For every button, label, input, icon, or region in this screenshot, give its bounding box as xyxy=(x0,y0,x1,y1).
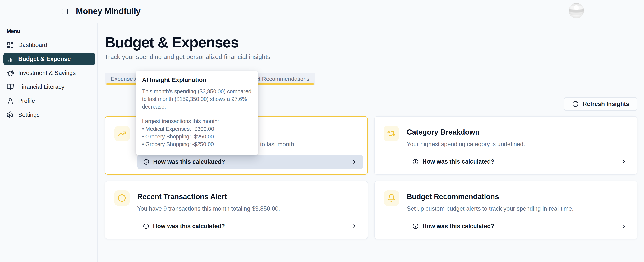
page-title: Budget & Expenses xyxy=(105,33,644,51)
card-body: Category Breakdown Your highest spending… xyxy=(407,126,628,174)
sidebar-item-dashboard[interactable]: Dashboard xyxy=(4,39,96,51)
how-calculated-row[interactable]: How was this calculated? xyxy=(407,219,632,233)
card-body: Budget Recommendations Set up custom bud… xyxy=(407,190,628,239)
repeat-icon xyxy=(384,126,399,141)
how-calculated-label: How was this calculated? xyxy=(422,158,494,165)
refresh-insights-button[interactable]: Refresh Insights xyxy=(564,97,637,111)
sidebar-item-label: Profile xyxy=(18,97,35,104)
info-icon xyxy=(143,223,149,229)
chevron-right-icon xyxy=(352,223,357,229)
app-header: Money Mindfully xyxy=(0,0,644,23)
piggy-bank-icon xyxy=(7,69,14,77)
card-category-breakdown: Category Breakdown Your highest spending… xyxy=(374,116,638,175)
dashboard-icon xyxy=(7,41,14,49)
user-icon xyxy=(7,97,14,105)
tooltip-body-line: This month's spending ($3,850.00) compar… xyxy=(142,87,252,95)
app-title: Money Mindfully xyxy=(76,6,140,16)
gear-icon xyxy=(7,111,14,119)
tooltip-body-line: to last month ($159,350.00) shows a 97.6… xyxy=(142,95,252,103)
card-recent-transactions: Recent Transactions Alert You have 9 tra… xyxy=(105,181,368,239)
refresh-insights-label: Refresh Insights xyxy=(583,101,629,107)
bell-icon xyxy=(384,190,399,206)
sidebar-toggle-button[interactable] xyxy=(61,8,68,15)
tooltip-transaction-item: • Grocery Shopping: -$250.00 xyxy=(142,140,252,148)
menu-section-label: Menu xyxy=(7,28,97,34)
how-calculated-row[interactable]: How was this calculated? xyxy=(138,155,363,169)
chevron-right-icon xyxy=(621,223,627,229)
page-subtitle: Track your spending and get personalized… xyxy=(105,53,644,60)
sidebar: Menu Dashboard Budget & Expense xyxy=(0,23,98,262)
info-icon xyxy=(412,223,418,229)
sidebar-item-label: Budget & Expense xyxy=(18,55,71,62)
tooltip-transaction-item: • Medical Expenses: -$300.00 xyxy=(142,125,252,133)
sidebar-item-settings[interactable]: Settings xyxy=(4,109,96,121)
sidebar-item-profile[interactable]: Profile xyxy=(4,95,96,107)
alert-circle-icon xyxy=(114,190,130,206)
avatar[interactable] xyxy=(569,3,584,18)
ai-insight-tooltip: AI Insight Explanation This month's spen… xyxy=(136,71,258,155)
how-calculated-row[interactable]: How was this calculated? xyxy=(407,155,632,169)
refresh-icon xyxy=(572,101,579,107)
how-calculated-label: How was this calculated? xyxy=(153,223,225,230)
sidebar-item-label: Financial Literacy xyxy=(18,83,64,90)
how-calculated-row[interactable]: How was this calculated? xyxy=(137,219,363,233)
info-icon xyxy=(143,159,149,165)
chevron-right-icon xyxy=(351,159,357,165)
sidebar-item-financial-literacy[interactable]: Financial Literacy xyxy=(4,81,96,93)
info-icon xyxy=(412,159,418,165)
how-calculated-label: How was this calculated? xyxy=(422,223,494,230)
tooltip-transaction-item: • Grocery Shopping: -$250.00 xyxy=(142,133,252,140)
how-calculated-label: How was this calculated? xyxy=(153,158,225,165)
card-budget-recommendations: Budget Recommendations Set up custom bud… xyxy=(374,181,638,239)
card-subtitle: You have 9 transactions this month total… xyxy=(137,205,358,212)
bar-chart-icon xyxy=(7,55,14,63)
sidebar-item-investment-savings[interactable]: Investment & Savings xyxy=(4,67,96,79)
card-subtitle: Your highest spending category is undefi… xyxy=(407,141,628,148)
trending-up-icon xyxy=(114,126,130,141)
card-body: Recent Transactions Alert You have 9 tra… xyxy=(137,190,358,239)
sidebar-item-budget-expense[interactable]: Budget & Expense xyxy=(4,53,96,65)
chevron-right-icon xyxy=(621,159,627,165)
card-title: Recent Transactions Alert xyxy=(137,193,358,201)
tooltip-transactions-heading: Largest transactions this month: xyxy=(142,117,252,125)
card-title: Category Breakdown xyxy=(407,128,628,136)
tooltip-body-line: decrease. xyxy=(142,103,252,110)
panel-left-icon xyxy=(61,8,68,15)
tooltip-title: AI Insight Explanation xyxy=(142,76,252,83)
card-subtitle: Set up custom budget alerts to track you… xyxy=(407,205,628,212)
sidebar-item-label: Dashboard xyxy=(18,41,47,48)
sidebar-item-label: Settings xyxy=(18,111,40,118)
sidebar-nav: Dashboard Budget & Expense Investment & … xyxy=(0,39,97,121)
book-open-icon xyxy=(7,83,14,91)
main-content: Budget & Expenses Track your spending an… xyxy=(98,23,644,262)
card-title: Budget Recommendations xyxy=(407,193,628,201)
sidebar-item-label: Investment & Savings xyxy=(18,69,76,76)
